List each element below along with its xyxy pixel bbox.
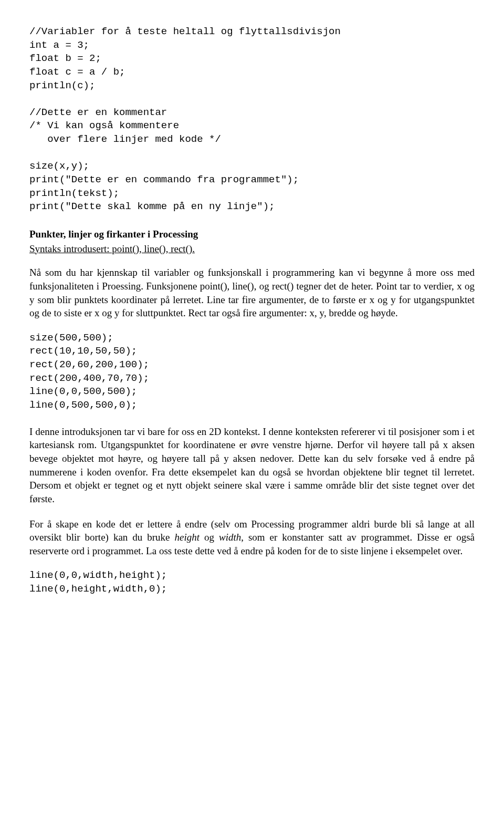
paragraph-2: I denne introduksjonen tar vi bare for o… <box>29 425 475 506</box>
section-heading: Punkter, linjer og firkanter i Processin… <box>29 227 475 241</box>
para3-width-italic: width <box>219 532 241 543</box>
code-block-2: size(500,500); rect(10,10,50,50); rect(2… <box>29 331 475 412</box>
para3-text-b: og <box>200 532 219 543</box>
paragraph-3: For å skape en kode det er lettere å end… <box>29 517 475 558</box>
section-subheading: Syntaks introdusert: point(), line(), re… <box>29 242 475 256</box>
code-block-3: line(0,0,width,height); line(0,height,wi… <box>29 569 475 596</box>
code-block-1: //Variabler for å teste heltall og flytt… <box>29 25 475 214</box>
paragraph-1: Nå som du har kjennskap til variabler og… <box>29 266 475 320</box>
para3-height-italic: height <box>175 532 200 543</box>
